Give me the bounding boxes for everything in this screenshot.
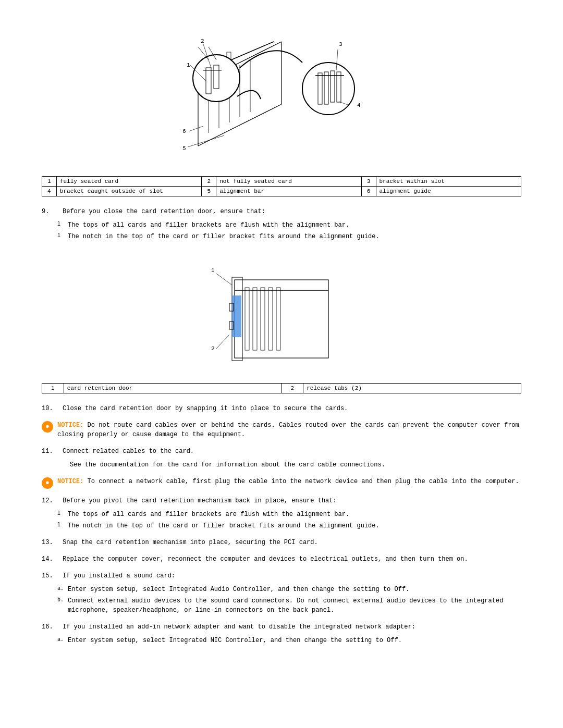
step9-item: 9. Before you close the card retention d…	[42, 207, 521, 216]
step11-text: Connect related cables to the card.	[63, 447, 521, 456]
step16-sub1: a. Enter system setup, select Integrated…	[57, 636, 521, 645]
svg-point-13	[193, 55, 240, 102]
step10-item: 10. Close the card retention door by sna…	[42, 404, 521, 413]
step10-section: 10. Close the card retention door by sna…	[42, 404, 521, 413]
svg-line-35	[188, 135, 224, 147]
step16-text: If you installed an add-in network adapt…	[63, 622, 521, 632]
notice2-keyword: NOTICE:	[57, 478, 83, 485]
parts-table-1: 1 fully seated card 2 not fully seated c…	[42, 176, 521, 196]
step11-item: 11. Connect related cables to the card.	[42, 447, 521, 456]
step13-section: 13. Snap the card retention mechanism in…	[42, 538, 521, 547]
svg-text:2: 2	[211, 346, 215, 352]
step16-section: 16. If you installed an add-in network a…	[42, 622, 521, 645]
table1-r2c3-label: alignment guide	[376, 187, 521, 196]
svg-text:6: 6	[182, 128, 186, 134]
diagram2-svg: 1 2	[172, 249, 391, 368]
step15-sub1-marker: a.	[57, 585, 68, 594]
svg-text:1: 1	[187, 62, 190, 68]
step12-sub1: l The tops of all cards and filler brack…	[57, 510, 521, 519]
step11-section: 11. Connect related cables to the card. …	[42, 447, 521, 470]
svg-rect-40	[253, 288, 257, 350]
table1-r1c1-label: fully seated card	[56, 177, 201, 187]
svg-text:1: 1	[211, 267, 215, 274]
svg-text:2: 2	[201, 38, 204, 44]
svg-rect-42	[268, 288, 273, 350]
step9-text: Before you close the card retention door…	[63, 207, 521, 216]
step16-item: 16. If you installed an add-in network a…	[42, 622, 521, 632]
step10-num: 10.	[42, 404, 63, 413]
notice1-icon: ●	[42, 421, 53, 433]
step13-item: 13. Snap the card retention mechanism in…	[42, 538, 521, 547]
step15-sub1-text: Enter system setup, select Integrated Au…	[68, 585, 521, 594]
step12-sub1-marker: l	[57, 510, 68, 519]
step9-num: 9.	[42, 207, 63, 216]
table1-r1c3-label: bracket within slot	[376, 177, 521, 187]
svg-rect-45	[232, 295, 241, 337]
notice2-body: To connect a network cable, first plug t…	[83, 478, 519, 485]
table2-r1c1-num: 1	[42, 384, 64, 393]
svg-line-50	[216, 274, 232, 285]
step14-num: 14.	[42, 554, 63, 564]
table2-r1c1-label: card retention door	[64, 384, 282, 393]
diagram2-area: 1 2	[42, 249, 521, 374]
table1-r2c1-label: bracket caught outside of slot	[56, 187, 201, 196]
step15-text: If you installed a sound card:	[63, 571, 521, 581]
step15-sub2-marker: b.	[57, 596, 68, 615]
step16-sub1-marker: a.	[57, 636, 68, 645]
svg-text:5: 5	[182, 145, 186, 152]
step15-section: 15. If you installed a sound card: a. En…	[42, 571, 521, 615]
notice2-text: NOTICE: To connect a network cable, firs…	[57, 477, 521, 486]
step15-item: 15. If you installed a sound card:	[42, 571, 521, 581]
diagram1-svg: 2 1 3 4 5 6	[146, 21, 417, 162]
table1-r2c3-num: 6	[361, 187, 376, 196]
step9-sub1-text: The tops of all cards and filler bracket…	[68, 220, 521, 230]
table1-r2c2-num: 5	[202, 187, 216, 196]
step9-sub2-marker: l	[57, 232, 68, 241]
step11-sub-marker	[57, 460, 70, 470]
step15-sub2: b. Connect external audio devices to the…	[57, 596, 521, 615]
step14-text: Replace the computer cover, reconnect th…	[63, 554, 521, 564]
step12-sub2-marker: l	[57, 521, 68, 530]
table1-r1c2-label: not fully seated card	[216, 177, 361, 187]
step12-text: Before you pivot the card retention mech…	[63, 496, 521, 505]
svg-rect-41	[261, 288, 265, 350]
notice1-body: Do not route card cables over or behind …	[57, 422, 519, 438]
table1-r1c1-num: 1	[42, 177, 57, 187]
table1-r2c1-num: 4	[42, 187, 57, 196]
notice1-text: NOTICE: Do not route card cables over or…	[57, 421, 521, 439]
step12-sub2: l The notch in the top of the card or fi…	[57, 521, 521, 530]
step13-num: 13.	[42, 538, 63, 547]
step12-num: 12.	[42, 496, 63, 505]
diagram1-area: 2 1 3 4 5 6	[42, 21, 521, 167]
svg-line-36	[189, 126, 203, 131]
step12-section: 12. Before you pivot the card retention …	[42, 496, 521, 530]
notice1-block: ● NOTICE: Do not route card cables over …	[42, 421, 521, 439]
svg-rect-39	[245, 288, 249, 350]
step11-sub: See the documentation for the card for i…	[57, 460, 521, 470]
step11-num: 11.	[42, 447, 63, 456]
step10-text: Close the card retention door by snappin…	[63, 404, 521, 413]
table1-r1c3-num: 3	[361, 177, 376, 187]
step12-item: 12. Before you pivot the card retention …	[42, 496, 521, 505]
step12-sub1-text: The tops of all cards and filler bracket…	[68, 510, 521, 519]
step13-text: Snap the card retention mechanism into p…	[63, 538, 521, 547]
notice2-icon: ●	[42, 477, 53, 489]
step9-sub2: l The notch in the top of the card or fi…	[57, 232, 521, 241]
step15-sub1: a. Enter system setup, select Integrated…	[57, 585, 521, 594]
svg-rect-43	[276, 288, 280, 350]
step9-sub1: l The tops of all cards and filler brack…	[57, 220, 521, 230]
step11-sub-text: See the documentation for the card for i…	[70, 460, 521, 470]
svg-line-17	[198, 47, 209, 60]
svg-line-51	[216, 335, 229, 349]
step15-sub2-text: Connect external audio devices to the so…	[68, 596, 521, 615]
step9-sub2-text: The notch in the top of the card or fill…	[68, 232, 521, 241]
svg-text:4: 4	[357, 102, 361, 108]
step16-num: 16.	[42, 622, 63, 632]
step16-sub1-text: Enter system setup, select Integrated NI…	[68, 636, 521, 645]
notice1-keyword: NOTICE:	[57, 422, 83, 429]
table2-r1c2-label: release tabs (2)	[303, 384, 521, 393]
notice2-block: ● NOTICE: To connect a network cable, fi…	[42, 477, 521, 489]
table2-r1c2-num: 2	[282, 384, 303, 393]
step9-sub1-marker: l	[57, 220, 68, 230]
svg-rect-37	[235, 280, 328, 358]
